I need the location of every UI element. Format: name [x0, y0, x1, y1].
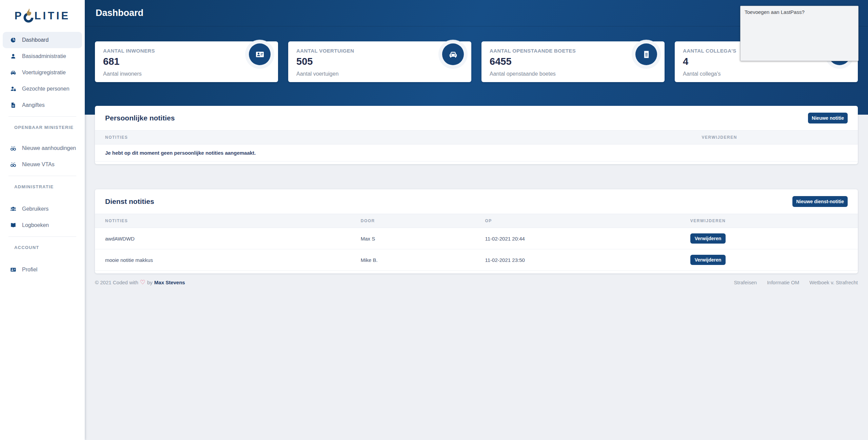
sidebar-divider	[8, 236, 76, 237]
column-header-notities: NOTITIES	[95, 131, 692, 145]
sidebar-item-label: Nieuwe aanhoudingen	[22, 145, 76, 151]
sidebar-item-label: Aangiftes	[22, 102, 45, 108]
sidebar-item-dashboard[interactable]: Dashboard	[3, 32, 82, 48]
police-dashboard-app: P LITIE Dashboard Basisadministratie	[0, 0, 868, 440]
politie-flame-icon	[23, 8, 34, 23]
column-header-door: DOOR	[351, 214, 475, 228]
stat-value: 6455	[490, 56, 656, 67]
author-link[interactable]: Max Stevens	[154, 280, 185, 285]
personal-notes-panel: Persoonlijke notities Nieuwe notitie NOT…	[95, 106, 858, 164]
stat-sublabel: Aantal openstaande boetes	[490, 71, 556, 77]
delete-note-button[interactable]: Verwijderen	[690, 233, 726, 244]
sidebar-item-label: Dashboard	[22, 37, 48, 43]
column-header-notities: NOTITIES	[95, 214, 351, 228]
copyright-by: by	[147, 280, 153, 285]
politie-logo-word: P LITIE	[15, 8, 70, 23]
receipt-icon	[635, 43, 657, 65]
column-header-verwijderen: VERWIJDEREN	[692, 131, 858, 145]
table-row: Je hebt op dit moment geen persoonlijke …	[95, 145, 858, 161]
sidebar-item-nieuwe-aanhoudingen[interactable]: Nieuwe aanhoudingen	[3, 140, 82, 156]
heart-icon: ♡	[140, 279, 145, 285]
user-icon	[8, 53, 18, 59]
footer-link-informatie-om[interactable]: Informatie OM	[767, 280, 799, 285]
user-lock-icon	[8, 86, 18, 92]
column-header-op: OP	[475, 214, 680, 228]
stat-card-boetes: AANTAL OPENSTAANDE BOETES 6455 Aantal op…	[481, 41, 665, 82]
note-date-cell: 11-02-2021 23:50	[475, 249, 680, 271]
sidebar-item-label: Logboeken	[22, 222, 49, 228]
stat-sublabel: Aantal inwoners	[103, 71, 142, 77]
sidebar-section-openbaar-ministerie: OPENBAAR MINISTERIE	[0, 120, 85, 140]
sidebar-item-label: Profiel	[22, 267, 37, 273]
sidebar-item-gebruikers[interactable]: Gebruikers	[3, 201, 82, 217]
stat-sublabel: Aantal collega's	[683, 71, 721, 77]
table-row: awdAWDWD Max S 11-02-2021 20:44 Verwijde…	[95, 228, 858, 249]
politie-logo[interactable]: P LITIE	[0, 0, 85, 32]
new-note-button[interactable]: Nieuwe notitie	[808, 113, 848, 123]
sidebar-item-nieuwe-vtas[interactable]: Nieuwe VTAs	[3, 156, 82, 173]
copyright-text: © 2021 Coded with	[95, 280, 138, 285]
lastpass-popup-text: Toevoegen aan LastPass?	[745, 9, 854, 15]
document-icon	[8, 102, 18, 108]
logo-letters-litie: LITIE	[34, 10, 70, 22]
sidebar-item-logboeken[interactable]: Logboeken	[3, 217, 82, 233]
sidebar-item-profiel[interactable]: Profiel	[3, 262, 82, 278]
stat-label: AANTAL VOERTUIGEN	[296, 48, 463, 54]
book-open-icon	[8, 222, 18, 228]
delete-note-button[interactable]: Verwijderen	[690, 255, 726, 265]
sidebar-item-label: Gebruikers	[22, 206, 48, 212]
footer: © 2021 Coded with ♡ by Max Stevens Straf…	[95, 273, 858, 291]
sidebar-divider	[8, 176, 76, 176]
car-icon	[8, 70, 18, 76]
personal-notes-header: Persoonlijke notities Nieuwe notitie	[95, 106, 858, 130]
users-icon	[8, 206, 18, 212]
sidebar-item-aangiftes[interactable]: Aangiftes	[3, 97, 82, 113]
sidebar-item-gezochte-personen[interactable]: Gezochte personen	[3, 81, 82, 97]
logo-letter-p: P	[15, 10, 24, 22]
service-notes-header: Dienst notities Nieuwe dienst-notitie	[95, 189, 858, 214]
footer-link-strafeisen[interactable]: Strafeisen	[734, 280, 757, 285]
table-row: mooie notitie makkus Mike B. 11-02-2021 …	[95, 249, 858, 271]
column-header-verwijderen: VERWIJDEREN	[680, 214, 858, 228]
stat-sublabel: Aantal voertuigen	[296, 71, 339, 77]
stat-label: AANTAL OPENSTAANDE BOETES	[490, 48, 656, 54]
service-notes-title: Dienst notities	[105, 197, 154, 206]
empty-message: Je hebt op dit moment geen persoonlijke …	[95, 145, 858, 161]
stat-card-inwoners: AANTAL INWONERS 681 Aantal inwoners	[95, 41, 278, 82]
service-notes-table: NOTITIES DOOR OP VERWIJDEREN awdAWDWD Ma…	[95, 214, 858, 271]
id-card-icon	[8, 267, 18, 273]
note-text-cell: awdAWDWD	[95, 228, 351, 249]
sidebar-item-voertuigregistratie[interactable]: Voertuigregistratie	[3, 64, 82, 81]
sidebar-item-label: Gezochte personen	[22, 86, 70, 92]
page-title: Dashboard	[96, 8, 143, 18]
note-date-cell: 11-02-2021 20:44	[475, 228, 680, 249]
sidebar-divider	[8, 116, 76, 117]
note-author-cell: Max S	[351, 228, 475, 249]
new-service-note-button[interactable]: Nieuwe dienst-notitie	[792, 196, 848, 207]
note-author-cell: Mike B.	[351, 249, 475, 271]
stat-value: 681	[103, 56, 270, 67]
content-area: Persoonlijke notities Nieuwe notitie NOT…	[85, 106, 868, 291]
sidebar-nav: Dashboard Basisadministratie Voertuigreg…	[0, 32, 85, 278]
personal-notes-table: NOTITIES VERWIJDEREN Je hebt op dit mome…	[95, 130, 858, 161]
stat-label: AANTAL INWONERS	[103, 48, 270, 54]
stat-value: 505	[296, 56, 463, 67]
sidebar-item-label: Nieuwe VTAs	[22, 161, 55, 168]
stat-card-voertuigen: AANTAL VOERTUIGEN 505 Aantal voertuigen	[288, 41, 471, 82]
car-icon	[442, 43, 464, 65]
sidebar-section-administratie: ADMINISTRATIE	[0, 179, 85, 201]
handcuffs-icon	[8, 145, 18, 151]
sidebar: P LITIE Dashboard Basisadministratie	[0, 0, 85, 440]
note-text-cell: mooie notitie makkus	[95, 249, 351, 271]
id-card-icon	[249, 43, 271, 65]
personal-notes-title: Persoonlijke notities	[105, 114, 175, 122]
footer-link-wetboek[interactable]: Wetboek v. Strafrecht	[809, 280, 858, 285]
sidebar-item-basisadministratie[interactable]: Basisadministratie	[3, 48, 82, 64]
pie-chart-icon	[8, 37, 18, 43]
service-notes-panel: Dienst notities Nieuwe dienst-notitie NO…	[95, 189, 858, 273]
lastpass-popup[interactable]: Toevoegen aan LastPass?	[740, 6, 859, 61]
sidebar-item-label: Voertuigregistratie	[22, 70, 66, 76]
sidebar-item-label: Basisadministratie	[22, 53, 66, 59]
footer-links: Strafeisen Informatie OM Wetboek v. Stra…	[734, 280, 858, 285]
sidebar-section-account: ACCOUNT	[0, 240, 85, 262]
